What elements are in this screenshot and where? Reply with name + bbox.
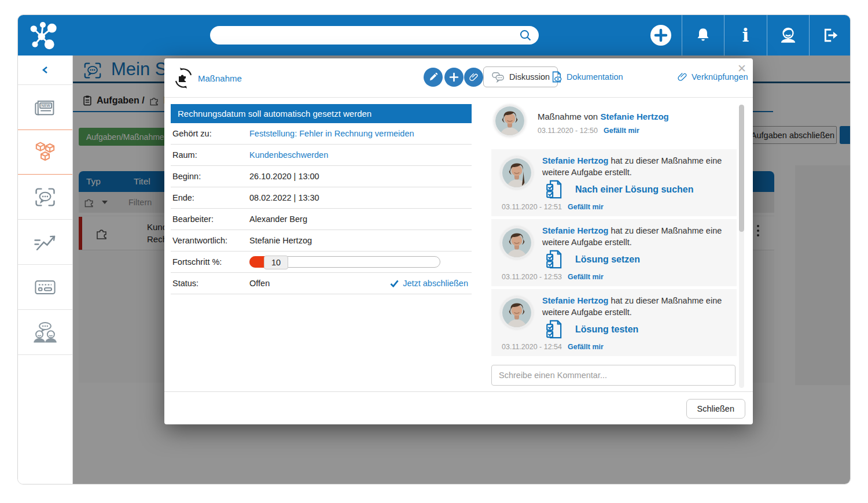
field-value: Stefanie Hertzog <box>249 236 312 245</box>
scrollbar-thumb[interactable] <box>739 105 744 232</box>
author-link[interactable]: Stefanie Hertzog <box>600 112 668 121</box>
tab-documentation[interactable]: Dokumentation <box>546 66 628 87</box>
avatar[interactable] <box>501 157 533 189</box>
author-link[interactable]: Stefanie Hertzog <box>542 226 608 235</box>
field-label: Fortschritt %: <box>171 257 249 267</box>
tab-documentation-label: Dokumentation <box>567 72 623 82</box>
sidebar: NEW <box>18 56 73 484</box>
bell-icon <box>694 27 712 44</box>
progress-handle[interactable]: 10 <box>264 256 288 269</box>
measure-title: Rechnungsdatum soll automatisch gesetzt … <box>171 104 472 123</box>
chevron-left-icon <box>42 66 49 74</box>
avatar[interactable] <box>501 227 533 259</box>
avatar[interactable] <box>494 105 526 137</box>
edit-button[interactable] <box>424 68 443 87</box>
field-gehoert-zu: Gehört zu: Feststellung: Fehler in Rechn… <box>171 123 472 145</box>
like-button[interactable]: Gefällt mir <box>568 203 604 211</box>
info-button[interactable]: i <box>724 15 766 56</box>
field-status: Status: Offen Jetzt abschließen <box>171 273 472 294</box>
logout-icon <box>821 26 840 45</box>
like-button[interactable]: Gefällt mir <box>568 273 604 281</box>
field-bearbeiter: Bearbeiter: Alexander Berg <box>171 209 472 230</box>
feed-text: Stefanie Hertzog hat zu dieser Maßnahme … <box>542 225 731 248</box>
progress-slider[interactable]: 10 <box>249 256 440 268</box>
app-logo-molecule-icon[interactable] <box>27 20 58 51</box>
discussion-scrollbar[interactable] <box>739 105 744 388</box>
timestamp: 03.11.2020 - 12:53 <box>502 273 562 281</box>
account-button[interactable] <box>767 15 809 56</box>
origin-line: Maßnahme von Stefanie Hertzog <box>538 112 669 121</box>
field-raum: Raum: Kundenbeschwerden <box>171 145 472 166</box>
field-label: Verantwortlich: <box>171 236 249 245</box>
timestamp: 03.11.2020 - 12:51 <box>502 203 562 211</box>
author-link[interactable]: Stefanie Hertzog <box>542 296 608 305</box>
sidebar-item-news[interactable]: NEW <box>18 85 72 130</box>
check-icon <box>390 280 399 287</box>
feed-entry-task: Stefanie Hertzog hat zu dieser Maßnahme … <box>491 149 737 216</box>
attach-button[interactable] <box>464 68 483 87</box>
task-link-row: Nach einer Lösung suchen <box>545 179 693 199</box>
sidebar-collapse-button[interactable] <box>18 56 72 85</box>
close-icon[interactable]: ✕ <box>737 63 746 74</box>
sidebar-item-reports[interactable] <box>18 220 72 265</box>
field-verantwortlich: Verantwortlich: Stefanie Hertzog <box>171 230 472 252</box>
complete-now-label: Jetzt abschließen <box>403 279 468 288</box>
global-search <box>210 26 539 45</box>
feed-entry-task: Stefanie Hertzog hat zu dieser Maßnahme … <box>491 219 737 286</box>
task-link[interactable]: Nach einer Lösung suchen <box>575 184 693 195</box>
field-beginn: Beginn: 26.10.2020 | 13:00 <box>171 166 472 187</box>
sidebar-item-cards[interactable] <box>18 265 72 310</box>
logout-button[interactable] <box>809 15 851 56</box>
author-link[interactable]: Stefanie Hertzog <box>542 156 608 165</box>
field-label: Bearbeiter: <box>171 214 249 224</box>
field-ende: Ende: 08.02.2022 | 13:30 <box>171 187 472 209</box>
avatar[interactable] <box>501 297 533 329</box>
complete-now-button[interactable]: Jetzt abschließen <box>390 279 468 288</box>
search-icon[interactable] <box>519 29 532 42</box>
room-link[interactable]: Kundenbeschwerden <box>249 150 328 160</box>
add-task-button[interactable] <box>444 68 464 87</box>
screenshot-stage: i <box>0 0 868 503</box>
people-chat-icon <box>32 321 58 344</box>
feed-entry-task: Stefanie Hertzog hat zu dieser Maßnahme … <box>491 289 737 356</box>
notifications-button[interactable] <box>682 15 724 56</box>
field-label: Status: <box>171 279 249 288</box>
feed-meta: 03.11.2020 - 12:53 Gefällt mir <box>502 273 604 281</box>
field-value: Alexander Berg <box>249 214 307 224</box>
cubes-icon <box>33 140 57 164</box>
chat-bubbles-icon <box>491 71 505 83</box>
info-icon: i <box>742 27 749 45</box>
sidebar-item-community[interactable] <box>18 310 72 355</box>
feed-text: Stefanie Hertzog hat zu dieser Maßnahme … <box>542 155 731 178</box>
timestamp: 03.11.2020 - 12:50 <box>538 127 598 135</box>
feed-entry-origin: Maßnahme von Stefanie Hertzog 03.11.2020… <box>491 105 737 146</box>
like-button[interactable]: Gefällt mir <box>604 127 639 135</box>
close-button[interactable]: Schließen <box>686 399 745 419</box>
topbar: i <box>18 15 851 56</box>
task-link-row: Lösung testen <box>545 319 638 339</box>
feed-meta: 03.11.2020 - 12:51 Gefällt mir <box>502 203 604 211</box>
app-window: i <box>17 14 851 484</box>
newspaper-icon: NEW <box>34 98 57 117</box>
room-chat-frame-icon <box>33 186 57 209</box>
like-button[interactable]: Gefällt mir <box>568 343 604 351</box>
add-button[interactable] <box>640 15 682 56</box>
field-fortschritt: Fortschritt %: 10 <box>171 252 472 273</box>
sidebar-item-measures[interactable] <box>18 130 72 175</box>
timestamp: 03.11.2020 - 12:54 <box>502 343 562 351</box>
search-input[interactable] <box>219 26 514 45</box>
sidebar-item-rooms[interactable] <box>18 175 72 220</box>
topbar-actions: i <box>640 15 851 56</box>
comment-input[interactable] <box>492 365 735 385</box>
field-label: Beginn: <box>171 172 249 181</box>
measure-gear-puzzle-icon <box>172 67 194 89</box>
finding-link[interactable]: Feststellung: Fehler in Rechnung vermeid… <box>249 129 414 138</box>
card-icon <box>33 278 57 297</box>
task-link[interactable]: Lösung testen <box>575 324 638 335</box>
task-checklist-icon <box>545 319 562 339</box>
modal-header: Maßnahme <box>164 58 753 98</box>
task-link[interactable]: Lösung setzen <box>575 254 640 265</box>
field-label: Raum: <box>171 150 249 160</box>
task-link-row: Lösung setzen <box>545 249 640 269</box>
task-checklist-icon <box>545 249 562 269</box>
